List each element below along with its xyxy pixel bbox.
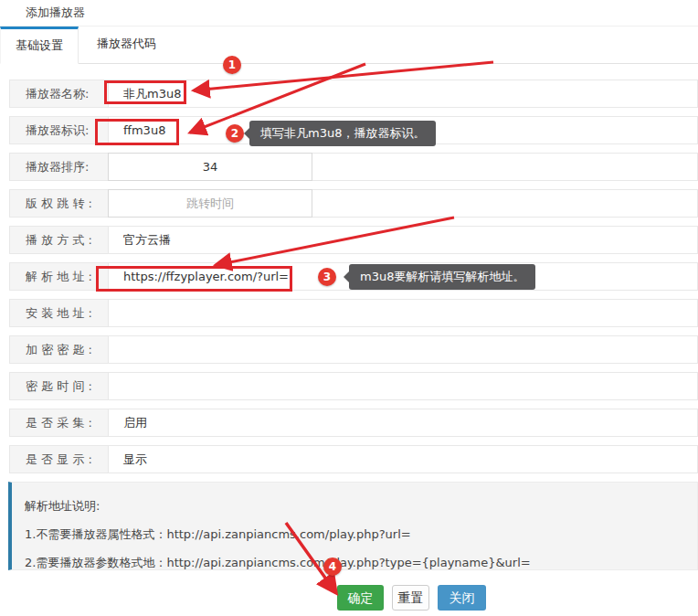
help-line-1: 1.不需要播放器属性格式：http://api.zanpiancms.com/p…: [25, 526, 697, 543]
row-parse-url: 解 析 地 址 : https://ffzyplayer.com/?url=: [9, 262, 698, 291]
player-name-label: 播放器名称:: [10, 80, 109, 107]
confirm-button[interactable]: 确定: [337, 585, 384, 611]
row-encrypt-key: 加 密 密 匙 :: [9, 335, 698, 364]
copyright-jump-label: 版 权 跳 转 :: [10, 190, 109, 217]
player-form: 播放器名称: 非凡m3u8 播放器标识: ffm3u8 播放器排序: 34 版 …: [0, 64, 698, 473]
row-copyright-jump: 版 权 跳 转 : 跳转时间: [9, 189, 698, 218]
parse-url-input[interactable]: https://ffzyplayer.com/?url=: [109, 263, 697, 290]
player-order-input[interactable]: 34: [108, 153, 312, 181]
parse-url-help-panel: 解析地址说明: 1.不需要播放器属性格式：http://api.zanpianc…: [8, 482, 698, 570]
reset-button[interactable]: 重置: [392, 585, 429, 611]
add-player-dialog: 添加播放器 基础设置 播放器代码 播放器名称: 非凡m3u8 播放器标识: ff…: [0, 0, 698, 616]
copyright-jump-input[interactable]: 跳转时间: [108, 189, 312, 218]
player-code-label: 播放器标识:: [10, 117, 109, 143]
help-line-2: 2.需要播放器参数格式地：http://api.zanpiancms.com/p…: [25, 555, 697, 571]
player-code-input[interactable]: ffm3u8: [109, 117, 697, 143]
row-player-name: 播放器名称: 非凡m3u8: [9, 80, 698, 108]
install-url-label: 安 装 地 址 :: [10, 300, 109, 326]
tab-basic-settings[interactable]: 基础设置: [0, 27, 79, 64]
tab-bar: 基础设置 播放器代码: [0, 27, 698, 64]
help-title: 解析地址说明:: [25, 498, 697, 515]
row-player-order: 播放器排序: 34: [9, 153, 698, 181]
row-key-time: 密 匙 时 间 :: [9, 372, 698, 400]
display-enabled-label: 是 否 显 示 :: [10, 446, 109, 473]
encrypt-key-label: 加 密 密 匙 :: [10, 336, 109, 363]
row-play-mode: 播 放 方 式 : 官方云播: [9, 226, 698, 254]
collect-enabled-label: 是 否 采 集 :: [10, 409, 109, 436]
play-mode-select[interactable]: 官方云播: [109, 227, 697, 253]
row-collect-enabled: 是 否 采 集 : 启用: [9, 409, 698, 437]
parse-url-label: 解 析 地 址 :: [10, 263, 109, 290]
row-display-enabled: 是 否 显 示 : 显示: [9, 445, 698, 473]
key-time-label: 密 匙 时 间 :: [10, 373, 109, 399]
tab-player-code[interactable]: 播放器代码: [79, 27, 174, 63]
close-button[interactable]: 关闭: [438, 585, 486, 611]
page-title: 添加播放器: [0, 0, 698, 27]
row-install-url: 安 装 地 址 :: [9, 299, 698, 327]
form-actions: 确定 重置 关闭: [337, 585, 698, 611]
display-enabled-select[interactable]: 显示: [109, 446, 697, 473]
player-name-input[interactable]: 非凡m3u8: [109, 80, 697, 107]
row-player-code: 播放器标识: ffm3u8: [9, 116, 698, 144]
player-order-label: 播放器排序:: [10, 154, 109, 180]
play-mode-label: 播 放 方 式 :: [10, 227, 109, 253]
collect-enabled-select[interactable]: 启用: [109, 409, 697, 436]
